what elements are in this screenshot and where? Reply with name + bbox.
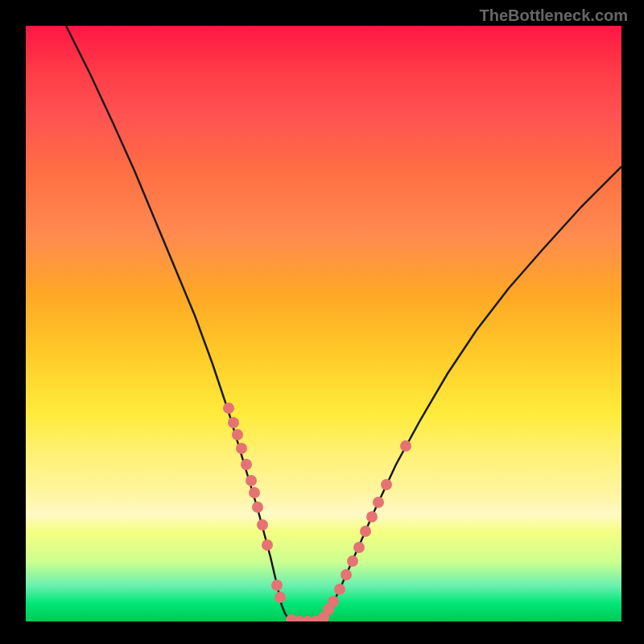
- data-marker: [347, 555, 358, 567]
- data-marker: [400, 440, 411, 452]
- data-marker: [360, 526, 371, 537]
- data-marker: [236, 443, 247, 454]
- data-marker: [328, 596, 339, 607]
- data-marker: [334, 584, 345, 595]
- data-marker: [257, 519, 268, 530]
- data-marker: [249, 487, 260, 498]
- data-marker: [241, 459, 252, 470]
- data-marker: [246, 475, 257, 486]
- data-marker: [381, 479, 392, 490]
- data-marker: [275, 592, 286, 603]
- chart-gradient-background: [26, 26, 621, 621]
- data-marker: [353, 542, 365, 553]
- data-marker: [232, 429, 243, 440]
- data-marker: [223, 402, 234, 414]
- data-marker: [271, 580, 283, 591]
- data-marker: [252, 502, 263, 513]
- chart-svg-canvas: [26, 26, 621, 621]
- data-marker: [341, 569, 352, 580]
- data-marker: [262, 539, 273, 551]
- data-marker: [366, 511, 378, 522]
- data-markers-group: [223, 402, 411, 621]
- data-marker: [373, 497, 384, 508]
- data-marker: [228, 417, 239, 428]
- watermark-text: TheBottleneck.com: [480, 6, 628, 25]
- bottleneck-curve-path: [66, 26, 621, 621]
